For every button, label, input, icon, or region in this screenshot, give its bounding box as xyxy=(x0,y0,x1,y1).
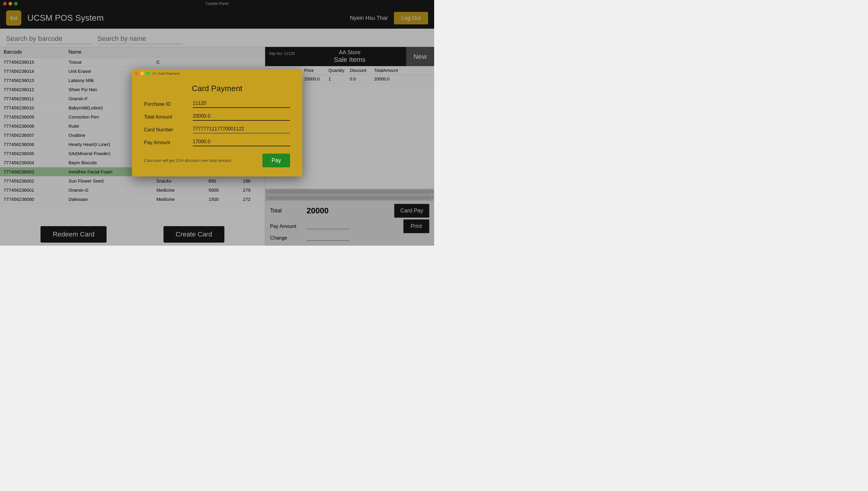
modal-titlebar: 🏷 Card Payment xyxy=(132,69,302,78)
total-amount-field: Total Amount xyxy=(144,113,290,121)
modal-minimize-dot[interactable] xyxy=(141,71,144,75)
modal-close-dot[interactable] xyxy=(135,71,138,75)
modal-body: Card Payment Purchase ID Total Amount Ca… xyxy=(132,78,302,176)
modal-maximize-dot[interactable] xyxy=(146,71,150,75)
modal-pay-amount-field: Pay Amount xyxy=(144,139,290,146)
card-number-field: Card Number xyxy=(144,126,290,134)
discount-note: Card user will get 15% discount over tot… xyxy=(144,158,256,163)
modal-titlebar-text: Card Payment xyxy=(158,71,179,75)
modal-pay-amount-input[interactable] xyxy=(193,139,290,146)
pay-button[interactable]: Pay xyxy=(262,154,290,167)
total-amount-input[interactable] xyxy=(193,113,290,121)
modal-pay-amount-label: Pay Amount xyxy=(144,140,193,145)
card-number-label: Card Number xyxy=(144,127,193,133)
purchase-id-field: Purchase ID xyxy=(144,100,290,108)
purchase-id-label: Purchase ID xyxy=(144,102,193,107)
total-amount-label: Total Amount xyxy=(144,114,193,120)
purchase-id-input[interactable] xyxy=(193,100,290,108)
card-number-input[interactable] xyxy=(193,126,290,134)
modal-title: Card Payment xyxy=(144,84,290,93)
modal-footer: Card user will get 15% discount over tot… xyxy=(144,154,290,167)
card-payment-modal: 🏷 Card Payment Card Payment Purchase ID … xyxy=(132,69,302,176)
modal-overlay: 🏷 Card Payment Card Payment Purchase ID … xyxy=(0,0,434,246)
